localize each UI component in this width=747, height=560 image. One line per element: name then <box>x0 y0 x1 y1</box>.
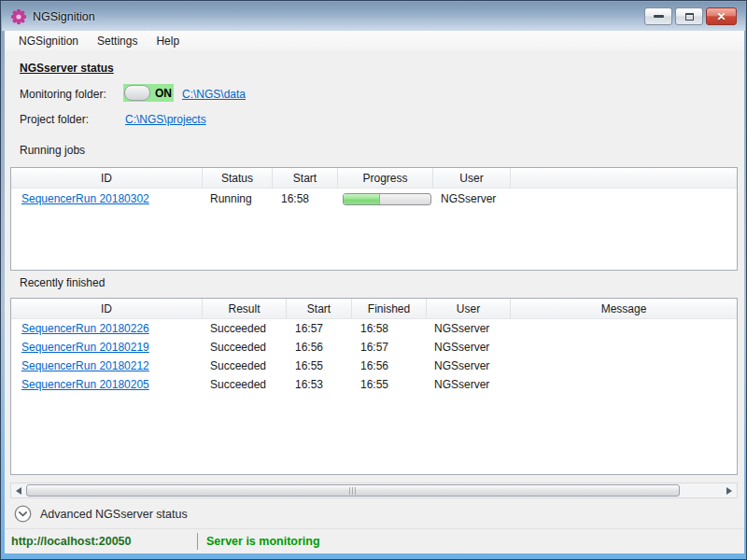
arrow-right-icon <box>726 487 732 495</box>
job-user: NGSserver <box>433 192 511 205</box>
close-icon: ✕ <box>716 11 726 22</box>
job-start-time: 16:53 <box>287 378 352 391</box>
job-user: NGSserver <box>427 359 511 372</box>
server-url: http://localhost:20050 <box>11 535 197 548</box>
menu-help[interactable]: Help <box>147 33 189 49</box>
running-jobs-table: ID Status Start Progress User SequencerR… <box>10 167 738 271</box>
app-icon <box>10 8 27 25</box>
toggle-state-label: ON <box>155 87 172 100</box>
status-bar: http://localhost:20050 Server is monitor… <box>5 528 744 553</box>
job-progress-cell <box>338 193 433 205</box>
title-bar: NGSignition ✕ <box>2 2 745 31</box>
column-header-user[interactable]: User <box>427 299 511 318</box>
project-folder-link[interactable]: C:\NGS\projects <box>125 113 206 126</box>
job-finished-time: 16:57 <box>352 341 427 354</box>
job-finished-time: 16:55 <box>352 378 427 391</box>
server-status-message: Server is monitoring <box>206 535 320 548</box>
column-header-message[interactable]: Message <box>511 299 737 318</box>
close-button[interactable]: ✕ <box>706 7 737 25</box>
column-header-result[interactable]: Result <box>203 299 287 318</box>
recently-finished-title: Recently finished <box>20 276 105 289</box>
toggle-knob <box>124 85 150 101</box>
statusbar-separator <box>197 533 198 550</box>
advanced-status-expander[interactable]: Advanced NGSserver status <box>14 505 188 523</box>
monitoring-folder-link[interactable]: C:\NGS\data <box>182 88 246 101</box>
job-result: Succeeded <box>203 341 287 354</box>
job-id-link[interactable]: SequencerRun 20180219 <box>21 341 149 354</box>
client-area: NGSignition Settings Help NGSserver stat… <box>5 31 744 553</box>
table-row[interactable]: SequencerRun 20180226 Succeeded 16:57 16… <box>11 319 737 338</box>
job-id-link[interactable]: SequencerRun 20180205 <box>21 378 149 391</box>
column-header-start[interactable]: Start <box>273 168 338 188</box>
minimize-icon <box>654 15 664 18</box>
job-start-time: 16:57 <box>287 322 352 335</box>
thumb-grip-icon <box>349 487 358 495</box>
recently-finished-rows: SequencerRun 20180226 Succeeded 16:57 16… <box>11 319 737 394</box>
job-user: NGSserver <box>427 341 511 354</box>
job-finished-time: 16:56 <box>352 359 427 372</box>
menu-ngsignition[interactable]: NGSignition <box>9 33 88 49</box>
column-header-filler <box>511 168 737 188</box>
column-header-status[interactable]: Status <box>203 168 273 188</box>
monitoring-folder-label: Monitoring folder: <box>20 88 106 101</box>
monitoring-toggle[interactable]: ON <box>123 84 174 102</box>
recently-finished-header-row: ID Result Start Finished User Message <box>11 299 737 319</box>
minimize-button[interactable] <box>644 7 672 25</box>
job-result: Succeeded <box>203 378 287 391</box>
arrow-left-icon <box>16 487 21 495</box>
app-window: NGSignition ✕ NGSignition Settings Help … <box>0 0 747 560</box>
chevron-down-icon <box>14 505 32 523</box>
running-jobs-title: Running jobs <box>20 144 85 157</box>
job-start-time: 16:56 <box>287 341 352 354</box>
horizontal-scrollbar[interactable] <box>10 483 738 498</box>
job-id-link[interactable]: SequencerRun 20180212 <box>21 359 149 372</box>
column-header-user[interactable]: User <box>433 168 511 188</box>
menu-settings[interactable]: Settings <box>88 33 147 49</box>
maximize-button[interactable] <box>675 7 703 25</box>
project-folder-label: Project folder: <box>20 113 89 126</box>
table-row[interactable]: SequencerRun 20180205 Succeeded 16:53 16… <box>11 375 737 394</box>
job-user: NGSserver <box>427 322 511 335</box>
job-id-link[interactable]: SequencerRun 20180226 <box>21 322 149 335</box>
caption-buttons: ✕ <box>644 7 737 25</box>
table-row[interactable]: SequencerRun 20180219 Succeeded 16:56 16… <box>11 338 737 357</box>
running-jobs-rows: SequencerRun 20180302 Running 16:58 NGSs… <box>11 189 737 209</box>
job-status: Running <box>203 192 273 205</box>
table-row[interactable]: SequencerRun 20180302 Running 16:58 NGSs… <box>11 189 737 209</box>
scrollbar-thumb[interactable] <box>26 484 680 497</box>
job-finished-time: 16:58 <box>352 322 427 335</box>
table-row[interactable]: SequencerRun 20180212 Succeeded 16:55 16… <box>11 357 737 375</box>
maximize-icon <box>685 13 694 21</box>
column-header-id[interactable]: ID <box>11 299 203 318</box>
scroll-right-button[interactable] <box>722 483 737 497</box>
job-id-link[interactable]: SequencerRun 20180302 <box>21 192 149 205</box>
section-heading-ngsserver-status: NGSserver status <box>20 62 114 75</box>
menu-bar: NGSignition Settings Help <box>5 31 744 50</box>
job-result: Succeeded <box>203 359 287 372</box>
column-header-progress[interactable]: Progress <box>338 168 433 188</box>
recently-finished-table: ID Result Start Finished User Message Se… <box>10 298 738 475</box>
job-result: Succeeded <box>203 322 287 335</box>
window-title: NGSignition <box>33 10 95 23</box>
progress-bar <box>343 193 431 205</box>
job-start-time: 16:55 <box>287 359 352 372</box>
running-jobs-header-row: ID Status Start Progress User <box>11 168 737 189</box>
job-start-time: 16:58 <box>273 192 338 205</box>
expander-label: Advanced NGSserver status <box>40 508 188 521</box>
scroll-left-button[interactable] <box>11 483 26 497</box>
column-header-finished[interactable]: Finished <box>352 299 427 318</box>
job-user: NGSserver <box>427 378 511 391</box>
progress-fill <box>344 194 380 204</box>
column-header-start[interactable]: Start <box>287 299 352 318</box>
column-header-id[interactable]: ID <box>11 168 203 188</box>
